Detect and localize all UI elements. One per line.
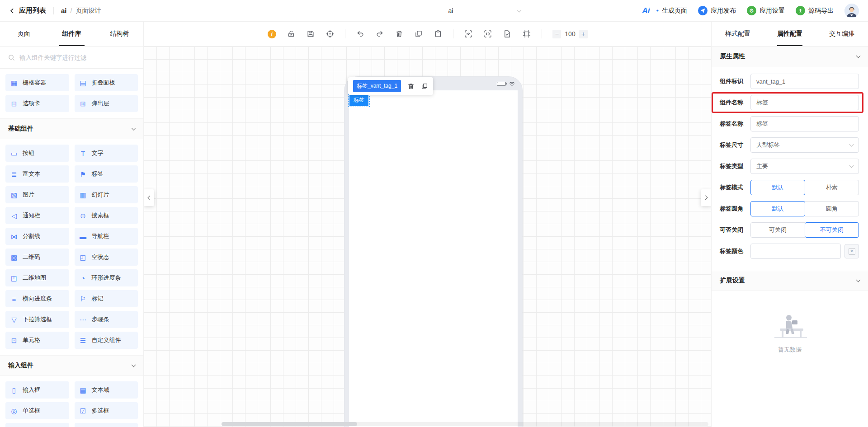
paste-button[interactable] [434, 29, 443, 38]
zoom-out-button[interactable]: − [552, 30, 561, 38]
component-item[interactable]: ▯输入框 [5, 381, 69, 399]
component-item[interactable]: ⚑标签 [75, 165, 138, 183]
component-item[interactable]: ⚐标记 [75, 290, 138, 307]
native-props-section-header[interactable]: 原生属性 [712, 47, 868, 66]
component-item-label: 环形进度条 [92, 274, 121, 282]
back-to-app-list[interactable]: 应用列表 [9, 6, 46, 15]
tag-round-segment-option[interactable]: 默认 [750, 201, 805, 216]
tab-style-config[interactable]: 样式配置 [712, 22, 764, 46]
component-item[interactable]: ⊟选项卡 [5, 95, 69, 112]
horizontal-scrollbar-thumb[interactable] [222, 422, 357, 426]
component-item[interactable]: ◁通知栏 [5, 207, 69, 224]
preview-button[interactable] [464, 29, 473, 38]
selected-tag-component[interactable]: 标签 [349, 95, 368, 106]
save-button[interactable] [306, 29, 315, 38]
tag-closable-segment-option[interactable]: 可关闭 [750, 222, 805, 238]
frame-button[interactable] [522, 29, 531, 38]
component-item[interactable]: ◔环形进度条 [75, 269, 138, 286]
selection-chip: 标签_vant_tag_1 [353, 80, 401, 92]
section-header-basic[interactable]: 基础组件 [0, 118, 143, 139]
component-item[interactable]: ⊞弹出层 [75, 95, 138, 112]
tab-property-config[interactable]: 属性配置 [764, 22, 816, 46]
component-item[interactable]: ▥幻灯片 [75, 186, 138, 203]
custom-component-icon: ☰ [79, 337, 87, 344]
component-item[interactable]: ≣富文本 [5, 165, 69, 183]
user-avatar[interactable] [844, 4, 859, 18]
tab-pages[interactable]: 页面 [0, 22, 48, 46]
collapse-panel-icon: ▤ [79, 80, 87, 86]
tag-name-field[interactable] [750, 116, 859, 131]
app-publish-button[interactable]: 应用发布 [698, 6, 736, 15]
generate-page-button[interactable]: Ai✦ 生成页面 [642, 6, 687, 15]
page-select-dropdown[interactable]: ai [376, 0, 525, 22]
tag-name-field-control [750, 116, 859, 131]
tab-interaction[interactable]: 交互编排 [816, 22, 868, 46]
textarea-icon: ▤ [79, 387, 87, 394]
copy-button[interactable] [414, 29, 423, 38]
component-item[interactable]: ▩二维码 [5, 249, 69, 266]
component-item-label: 输入框 [23, 386, 40, 394]
component-item[interactable]: ◳二维地图 [5, 269, 69, 286]
tab-component-library[interactable]: 组件库 [48, 22, 96, 46]
tab-structure-tree[interactable]: 结构树 [95, 22, 143, 46]
delete-component-button[interactable] [407, 82, 415, 90]
app-settings-button[interactable]: ⚙ 应用设置 [747, 6, 785, 15]
tag-color-field[interactable] [750, 244, 841, 259]
component-item[interactable]: ⋈分割线 [5, 228, 69, 245]
clear-color-button[interactable]: ✕ [844, 244, 859, 258]
component-item[interactable]: T文字 [75, 145, 138, 162]
unlock-button[interactable] [287, 29, 296, 38]
component-item[interactable]: ⊙搜索框 [75, 207, 138, 224]
validate-button[interactable] [503, 29, 512, 38]
tag-mode-segment-option[interactable]: 朴素 [805, 180, 859, 195]
component-item[interactable]: ▤文本域 [75, 381, 138, 399]
tag-size-select[interactable]: 大型标签 [750, 137, 859, 153]
battery-icon [497, 82, 506, 86]
component-item[interactable]: ▬导航栏 [75, 228, 138, 245]
source-code-button[interactable] [483, 29, 492, 38]
zoom-in-button[interactable]: + [579, 30, 588, 38]
component-item[interactable]: ⋯步骤条 [75, 311, 138, 328]
component-item[interactable]: ▽下拉筛选框 [5, 311, 69, 328]
component-item[interactable]: ☑多选框 [75, 402, 138, 419]
tag-type-select[interactable]: 主要 [750, 159, 859, 174]
component-item[interactable]: ▭按钮 [5, 145, 69, 162]
divider [345, 29, 345, 38]
field-label: 标签名称 [720, 120, 745, 128]
tag-closable-segment-option[interactable]: 不可关闭 [805, 222, 859, 238]
component-id-field[interactable] [750, 74, 859, 89]
component-item-label: 文字 [92, 149, 104, 157]
tag-size-select-control: 大型标签 [750, 137, 859, 153]
component-item[interactable]: ◎单选框 [5, 402, 69, 419]
component-item[interactable]: ▤折叠面板 [75, 74, 138, 91]
tag-mode-segment-option[interactable]: 默认 [750, 180, 805, 195]
section-header-input[interactable]: 输入组件 [0, 355, 143, 376]
undo-button[interactable] [356, 29, 365, 38]
target-button[interactable] [326, 29, 335, 38]
gear-icon: ⚙ [747, 6, 756, 15]
component-item[interactable]: ☰自定义组件 [75, 332, 138, 349]
tag-round-segment-option[interactable]: 圆角 [805, 201, 859, 216]
info-button[interactable]: i [267, 29, 276, 38]
component-item-label: 分割线 [23, 232, 40, 240]
copy-component-button[interactable] [420, 82, 428, 90]
component-item[interactable]: ≫级联选择 [75, 423, 138, 427]
empty-state-icon: ◰ [79, 254, 87, 261]
component-name-field[interactable] [750, 95, 859, 110]
component-item[interactable]: ▾选择框 [5, 423, 69, 427]
component-item[interactable]: ◰空状态 [75, 249, 138, 266]
collapse-left-panel-handle[interactable] [144, 189, 154, 206]
component-item[interactable]: ⊡单元格 [5, 332, 69, 349]
page-designer-app: 应用列表 ai / 页面设计 ai Ai✦ 生成页面 应用发布 ⚙ 应用设置 [0, 0, 868, 427]
extend-settings-section-header[interactable]: 扩展设置 [712, 271, 868, 291]
source-export-button[interactable]: 源码导出 [796, 6, 834, 15]
delete-button[interactable] [395, 29, 404, 38]
component-search-input[interactable] [19, 54, 135, 61]
collapse-right-panel-handle[interactable] [701, 189, 711, 206]
component-item[interactable]: ▧图片 [5, 186, 69, 203]
component-item[interactable]: ▦栅格容器 [5, 74, 69, 91]
component-item[interactable]: ≡横向进度条 [5, 290, 69, 307]
redo-button[interactable] [375, 29, 384, 38]
design-canvas[interactable]: 标签 标签_vant_tag_1 [144, 47, 711, 427]
component-item-label: 通知栏 [23, 211, 40, 220]
